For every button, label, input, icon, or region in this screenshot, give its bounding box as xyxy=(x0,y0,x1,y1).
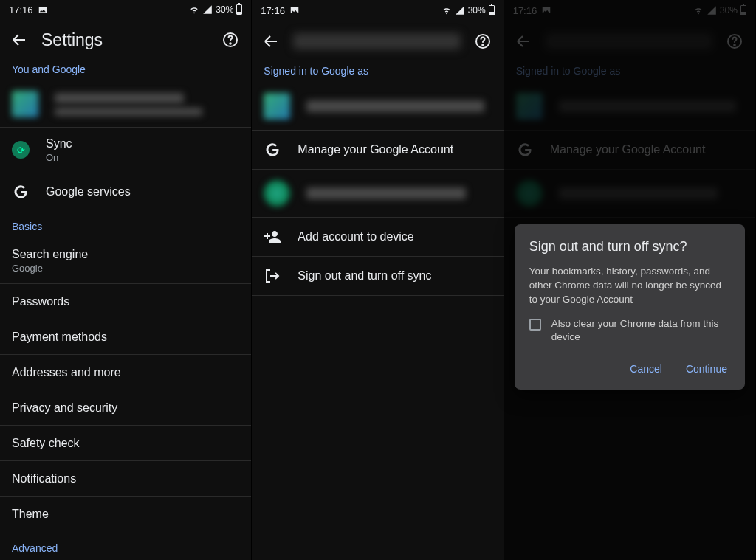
dialog-title: Sign out and turn off sync? xyxy=(529,239,730,255)
sync-icon: ⟳ xyxy=(12,141,30,159)
battery-icon xyxy=(236,4,242,15)
primary-account-row[interactable] xyxy=(252,83,503,131)
search-engine-label: Search engine xyxy=(12,248,88,261)
google-services-label: Google services xyxy=(46,185,131,198)
account-name-redacted xyxy=(55,93,184,103)
sync-status: On xyxy=(46,152,72,163)
battery-icon xyxy=(489,5,495,15)
help-icon[interactable] xyxy=(474,32,492,50)
safety-check-row[interactable]: Safety check xyxy=(0,426,251,461)
person-add-icon xyxy=(264,228,281,246)
avatar xyxy=(264,93,290,120)
secondary-account-row[interactable] xyxy=(252,170,503,218)
account-email-redacted xyxy=(55,108,202,116)
notifications-row[interactable]: Notifications xyxy=(0,461,251,497)
sign-out-dialog: Sign out and turn off sync? Your bookmar… xyxy=(515,224,745,390)
search-engine-row[interactable]: Search engine Google xyxy=(0,238,251,284)
signal-icon xyxy=(202,4,213,15)
sign-out-row[interactable]: Sign out and turn off sync xyxy=(252,257,503,296)
svg-point-1 xyxy=(230,43,232,44)
avatar xyxy=(264,180,290,207)
status-time: 17:16 xyxy=(261,5,285,16)
theme-row[interactable]: Theme xyxy=(0,497,251,532)
signal-icon xyxy=(455,5,465,15)
account-row[interactable] xyxy=(0,81,251,128)
checkbox-icon[interactable] xyxy=(529,319,541,331)
back-icon[interactable] xyxy=(262,32,280,50)
google-icon xyxy=(12,183,30,201)
section-signed-in: Signed in to Google as xyxy=(252,62,503,83)
back-icon[interactable] xyxy=(10,31,28,49)
dialog-checkbox-row[interactable]: Also clear your Chrome data from this de… xyxy=(529,317,730,344)
cancel-button[interactable]: Cancel xyxy=(627,359,665,379)
section-advanced: Advanced xyxy=(0,539,251,560)
dialog-actions: Cancel Continue xyxy=(529,356,730,382)
add-account-row[interactable]: Add account to device xyxy=(252,218,503,257)
sync-row[interactable]: ⟳ Sync On xyxy=(0,128,251,173)
manage-account-row[interactable]: Manage your Google Account xyxy=(252,131,503,170)
app-bar: Settings xyxy=(0,19,251,61)
continue-button[interactable]: Continue xyxy=(683,359,730,379)
google-icon xyxy=(264,141,281,159)
page-title: Settings xyxy=(41,30,208,50)
dialog-body: Your bookmarks, history, passwords, and … xyxy=(529,265,730,307)
account-email-redacted xyxy=(306,100,484,112)
section-basics: Basics xyxy=(0,218,251,238)
dialog-checkbox-label: Also clear your Chrome data from this de… xyxy=(551,317,730,344)
wifi-icon xyxy=(189,4,199,15)
manage-account-label: Manage your Google Account xyxy=(298,143,453,156)
panel-signout-dialog: 17:16 30% Signed in to Google as Manage … xyxy=(504,0,756,560)
help-icon[interactable] xyxy=(221,31,239,49)
image-icon xyxy=(289,5,300,15)
panel-settings: 17:16 30% Settings You and Google ⟳ xyxy=(0,0,252,560)
panel-account: 17:16 30% Signed in to Google as Manage … xyxy=(252,0,504,560)
sign-out-icon xyxy=(264,267,281,285)
search-engine-value: Google xyxy=(12,263,88,274)
privacy-row[interactable]: Privacy and security xyxy=(0,390,251,426)
status-time: 17:16 xyxy=(9,4,33,15)
wifi-icon xyxy=(441,5,452,15)
section-you-and-google: You and Google xyxy=(0,61,251,81)
svg-point-3 xyxy=(482,44,484,46)
status-battery-pct: 30% xyxy=(216,4,233,15)
page-title-redacted xyxy=(293,33,460,49)
passwords-row[interactable]: Passwords xyxy=(0,284,251,319)
app-bar xyxy=(252,21,503,62)
status-bar: 17:16 30% xyxy=(252,0,503,21)
avatar xyxy=(12,91,38,117)
status-bar: 17:16 30% xyxy=(0,0,251,19)
add-account-label: Add account to device xyxy=(298,230,413,243)
sync-label: Sync xyxy=(46,137,72,151)
addresses-row[interactable]: Addresses and more xyxy=(0,355,251,390)
image-icon xyxy=(38,4,48,15)
status-battery-pct: 30% xyxy=(468,5,486,15)
google-services-row[interactable]: Google services xyxy=(0,173,251,210)
sign-out-label: Sign out and turn off sync xyxy=(298,269,431,283)
payment-methods-row[interactable]: Payment methods xyxy=(0,319,251,355)
account-email-redacted xyxy=(306,187,466,199)
